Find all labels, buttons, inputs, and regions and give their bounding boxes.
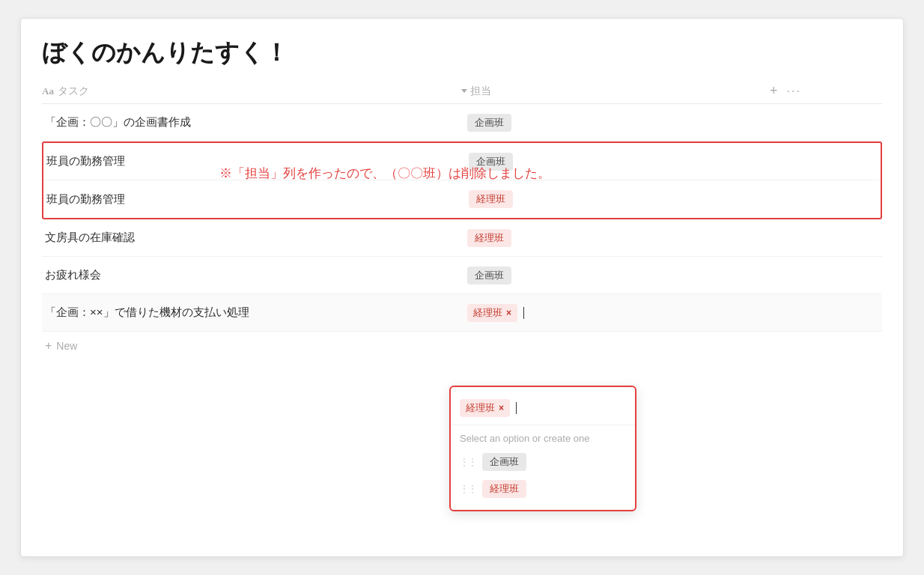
tag[interactable]: 企画班 <box>469 153 513 171</box>
dropdown-hint: Select an option or create one <box>451 425 635 448</box>
table-header: Aa タスク 担当 + ··· <box>42 83 882 104</box>
task-cell: 文房具の在庫確認 <box>42 223 461 252</box>
table-row: お疲れ様会 企画班 <box>42 257 882 294</box>
text-type-icon: Aa <box>42 85 54 97</box>
main-container: ぼくのかんりたすく！ Aa タスク 担当 + ··· <box>20 18 904 557</box>
task-column-header: Aa タスク <box>42 85 461 98</box>
new-row[interactable]: + New <box>42 332 882 360</box>
task-column-label: タスク <box>58 85 89 98</box>
assignee-cell[interactable]: 経理班 <box>461 222 770 255</box>
dropdown-editing-row: 経理班 × <box>451 395 635 425</box>
table-row: 「企画：〇〇」の企画書作成 企画班 <box>42 104 882 142</box>
dropdown-arrow-icon <box>461 89 467 93</box>
task-cell: お疲れ様会 <box>42 261 461 290</box>
more-options-button[interactable]: ··· <box>787 85 801 98</box>
option-tag-kikaku[interactable]: 企画班 <box>482 453 526 471</box>
drag-handle-icon: ⋮⋮ <box>460 484 476 494</box>
highlighted-row-group: 班員の勤務管理 企画班 班員の勤務管理 経理班 <box>42 142 882 219</box>
tag[interactable]: 経理班 <box>467 229 511 247</box>
table-row: 班員の勤務管理 経理班 <box>43 180 881 218</box>
page-title: ぼくのかんりたすく！ <box>42 37 882 70</box>
assignee-cell[interactable]: 経理班 <box>463 183 768 216</box>
new-row-label: New <box>56 340 77 352</box>
table-row: 班員の勤務管理 企画班 <box>43 143 881 180</box>
tag[interactable]: 企画班 <box>467 114 511 132</box>
assignee-column-label: 担当 <box>470 85 491 98</box>
dropdown-option[interactable]: ⋮⋮ 企画班 <box>451 448 635 475</box>
tag-with-remove[interactable]: 経理班 × <box>467 304 517 322</box>
task-table: Aa タスク 担当 + ··· 「企画：〇〇」の企画書作成 <box>42 83 882 360</box>
assignee-cell-editing[interactable]: 経理班 × <box>461 296 770 329</box>
drag-handle-icon: ⋮⋮ <box>460 457 476 467</box>
dropdown-cursor <box>516 402 517 414</box>
dropdown-option[interactable]: ⋮⋮ 経理班 <box>451 475 635 502</box>
cursor-indicator <box>523 307 524 319</box>
assignee-cell[interactable]: 企画班 <box>463 145 768 178</box>
dropdown-remove-tag-button[interactable]: × <box>499 403 504 413</box>
editing-tag-label: 経理班 <box>466 401 495 415</box>
task-cell: 班員の勤務管理 <box>43 185 463 214</box>
assignee-cell[interactable]: 企画班 <box>461 259 770 292</box>
dropdown-popup: 経理班 × Select an option or create one ⋮⋮ … <box>449 386 636 511</box>
assignee-cell[interactable]: 企画班 <box>461 106 770 139</box>
option-tag-keiri[interactable]: 経理班 <box>482 480 526 498</box>
tag-label: 経理班 <box>473 306 502 320</box>
tag[interactable]: 経理班 <box>469 190 513 208</box>
assignee-column-header[interactable]: 担当 <box>461 85 770 98</box>
tag[interactable]: 企画班 <box>467 267 511 285</box>
add-column-button[interactable]: + <box>770 83 778 99</box>
table-row: 文房具の在庫確認 経理班 <box>42 219 882 257</box>
task-cell: 「企画：××」で借りた機材の支払い処理 <box>42 298 461 327</box>
dropdown-editing-tag[interactable]: 経理班 × <box>460 399 510 417</box>
extra-columns: + ··· <box>770 83 882 99</box>
remove-tag-button[interactable]: × <box>506 308 511 318</box>
task-cell: 班員の勤務管理 <box>43 147 463 176</box>
task-cell: 「企画：〇〇」の企画書作成 <box>42 108 461 137</box>
new-row-plus-icon: + <box>45 339 52 353</box>
table-row-editing: 「企画：××」で借りた機材の支払い処理 経理班 × <box>42 294 882 332</box>
